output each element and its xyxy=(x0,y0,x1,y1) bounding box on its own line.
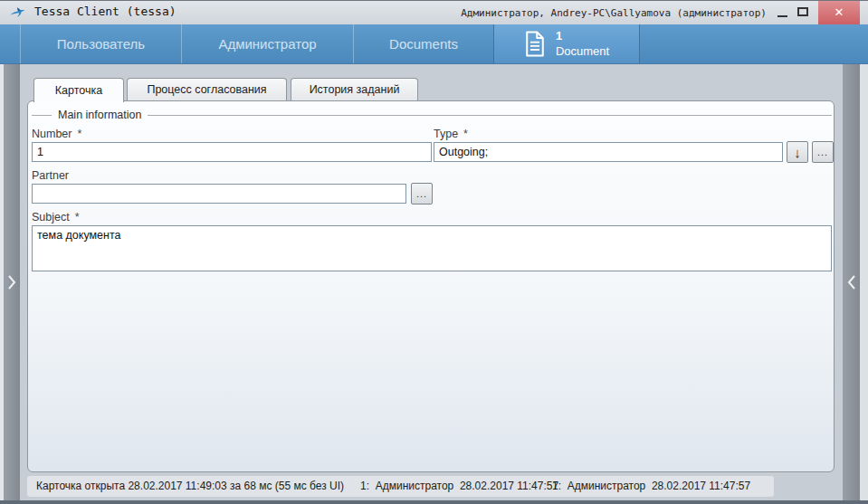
close-button[interactable]: ✕ xyxy=(818,1,860,24)
nav-tab-document-label: Document xyxy=(556,44,609,59)
tab-task-history-label: История заданий xyxy=(310,83,400,96)
titlebar[interactable]: Tessa Client (tessa) Администратор, Andr… xyxy=(0,1,868,24)
ellipsis-icon: ... xyxy=(817,147,828,157)
ellipsis-icon: ... xyxy=(416,189,427,198)
document-count: 1 xyxy=(556,29,562,43)
type-browse-button[interactable]: ... xyxy=(812,141,834,163)
tab-approval-process[interactable]: Процесс согласования xyxy=(127,78,287,100)
partner-label: Partner xyxy=(32,169,69,182)
window-title: Tessa Client (tessa) xyxy=(34,5,176,18)
tab-card[interactable]: Карточка xyxy=(33,78,124,102)
type-input[interactable] xyxy=(434,142,783,162)
subject-label: Subject* xyxy=(32,211,80,223)
current-user-info: Администратор, Andrey-PC\Gallyamova (адм… xyxy=(461,7,767,19)
main-information-group: Main information xyxy=(32,109,832,121)
tessa-bird-icon xyxy=(9,5,25,21)
window-frame-right xyxy=(860,64,868,500)
tab-approval-process-label: Процесс согласования xyxy=(147,83,266,96)
window-bottom-border xyxy=(0,500,868,504)
arrow-down-icon: ↓ xyxy=(794,145,801,160)
right-panel-expander[interactable] xyxy=(843,64,860,500)
status-bar: Карточка открыта 28.02.2017 11:49:03 за … xyxy=(27,476,774,497)
required-asterisk: * xyxy=(463,128,468,140)
required-asterisk: * xyxy=(75,211,80,223)
close-icon: ✕ xyxy=(835,5,844,19)
group-title: Main information xyxy=(58,109,141,121)
left-panel-expander[interactable] xyxy=(4,64,20,500)
chevron-left-icon xyxy=(846,273,857,291)
nav-tab-document-text: 1 Document xyxy=(556,29,609,59)
minimize-button[interactable] xyxy=(774,4,791,22)
nav-tab-documents-label: Documents xyxy=(389,36,458,52)
required-asterisk: * xyxy=(77,128,81,140)
nav-tab-user-label: Пользователь xyxy=(57,36,145,52)
status-card-opened: Карточка открыта 28.02.2017 11:49:03 за … xyxy=(36,476,344,497)
minimize-icon xyxy=(777,15,787,17)
tab-card-label: Карточка xyxy=(55,84,102,97)
status-created-by: 1: Администратор 28.02.2017 11:47:57 xyxy=(360,476,558,497)
partner-input[interactable] xyxy=(32,184,406,204)
group-line-left xyxy=(32,115,52,116)
type-label: Type* xyxy=(434,128,468,140)
card-panel: Main information Number* Type* ↓ ... Par… xyxy=(27,100,835,472)
number-input[interactable] xyxy=(32,142,432,162)
nav-tab-document-active[interactable]: 1 Document xyxy=(493,24,640,63)
nav-tab-user[interactable]: Пользователь xyxy=(20,24,181,63)
tab-task-history[interactable]: История заданий xyxy=(291,78,418,100)
type-dropdown-button[interactable]: ↓ xyxy=(787,141,808,163)
maximize-icon xyxy=(797,7,808,16)
subject-textarea[interactable]: тема документа xyxy=(32,225,832,271)
nav-tab-administrator[interactable]: Администратор xyxy=(181,24,353,63)
chevron-right-icon xyxy=(6,273,17,291)
app-window: Tessa Client (tessa) Администратор, Andr… xyxy=(0,0,868,504)
maximize-button[interactable] xyxy=(793,4,813,22)
status-modified-by: 1: Администратор 28.02.2017 11:47:57 xyxy=(552,476,750,497)
document-icon xyxy=(524,30,546,58)
number-label: Number* xyxy=(32,128,81,140)
nav-tab-documents[interactable]: Documents xyxy=(353,24,493,63)
main-navbar: Пользователь Администратор Documents 1 D… xyxy=(0,24,868,64)
group-line-right xyxy=(148,115,832,116)
partner-browse-button[interactable]: ... xyxy=(411,183,433,204)
nav-tab-administrator-label: Администратор xyxy=(218,36,316,52)
